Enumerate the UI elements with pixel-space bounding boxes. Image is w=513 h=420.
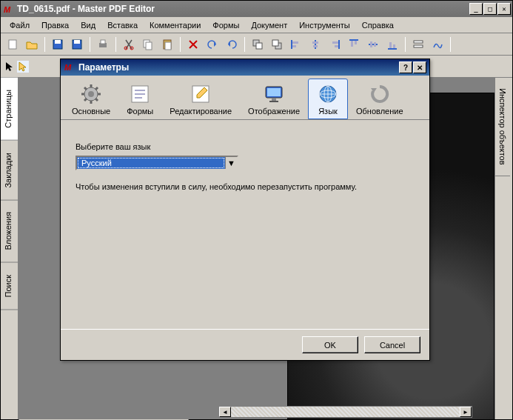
scroll-right-button[interactable]: ► bbox=[460, 407, 472, 417]
language-value: Русский bbox=[78, 158, 224, 168]
dialog-title: Параметры bbox=[78, 62, 398, 73]
svg-rect-35 bbox=[393, 44, 395, 48]
tab-bookmarks[interactable]: Закладки bbox=[1, 141, 18, 201]
window-title: TD_0615.pdf - Master PDF Editor bbox=[17, 4, 469, 14]
pointer-tool[interactable] bbox=[4, 61, 16, 73]
svg-rect-13 bbox=[165, 42, 171, 50]
dtab-editing[interactable]: Редактирование bbox=[161, 79, 240, 119]
menu-comments[interactable]: Комментарии bbox=[144, 19, 207, 32]
horizontal-scrollbar[interactable]: ◄ ► bbox=[218, 406, 472, 418]
scroll-track[interactable] bbox=[231, 407, 460, 417]
dtab-forms-label: Формы bbox=[127, 107, 153, 116]
edit-tool[interactable] bbox=[17, 61, 29, 73]
globe-icon bbox=[316, 82, 340, 105]
dialog-close-button[interactable]: ✕ bbox=[413, 61, 426, 73]
menu-file[interactable]: Файл bbox=[4, 19, 36, 32]
tab-attachments[interactable]: Вложения bbox=[1, 200, 18, 263]
svg-point-42 bbox=[88, 91, 94, 97]
send-back-button[interactable] bbox=[268, 36, 286, 53]
svg-rect-5 bbox=[74, 40, 80, 44]
cut-button[interactable] bbox=[120, 36, 138, 53]
open-button[interactable] bbox=[23, 36, 41, 53]
main-toolbar bbox=[1, 33, 512, 56]
undo-button[interactable] bbox=[204, 36, 221, 53]
tab-inspector[interactable]: Инспектор объектов bbox=[495, 78, 510, 176]
dialog-help-button[interactable]: ? bbox=[399, 61, 412, 73]
edit-icon bbox=[189, 82, 212, 105]
minimize-button[interactable]: _ bbox=[469, 3, 483, 15]
dialog-titlebar[interactable]: M Параметры ? ✕ bbox=[61, 59, 429, 76]
svg-rect-59 bbox=[269, 101, 278, 102]
svg-text:M: M bbox=[4, 5, 11, 14]
dtab-language-label: Язык bbox=[318, 107, 338, 116]
language-combobox[interactable]: Русский ▼ bbox=[76, 156, 238, 170]
tab-pages[interactable]: Страницы bbox=[1, 78, 18, 141]
svg-line-47 bbox=[84, 87, 87, 90]
align-bottom-button[interactable] bbox=[383, 36, 401, 53]
svg-rect-36 bbox=[414, 41, 423, 43]
save-button[interactable] bbox=[49, 36, 67, 53]
svg-rect-7 bbox=[101, 40, 105, 44]
close-button[interactable]: ✕ bbox=[497, 3, 511, 15]
language-label: Выберите ваш язык bbox=[76, 142, 415, 151]
dialog-app-icon: M bbox=[64, 61, 76, 73]
menu-help[interactable]: Справка bbox=[356, 19, 400, 32]
svg-line-50 bbox=[84, 99, 87, 101]
cancel-button[interactable]: Cancel bbox=[364, 336, 420, 353]
redo-button[interactable] bbox=[223, 36, 241, 53]
preferences-dialog: M Параметры ? ✕ Основные Формы Редактиро… bbox=[60, 59, 430, 361]
menu-edit[interactable]: Правка bbox=[36, 19, 75, 32]
svg-rect-15 bbox=[256, 43, 262, 49]
align-middle-button[interactable] bbox=[364, 36, 382, 53]
menu-tools[interactable]: Инструменты bbox=[293, 19, 356, 32]
chevron-down-icon[interactable]: ▼ bbox=[225, 157, 237, 169]
sign-button[interactable] bbox=[429, 36, 446, 53]
tab-search[interactable]: Поиск bbox=[1, 263, 18, 310]
svg-rect-19 bbox=[292, 41, 298, 44]
form-icon bbox=[128, 82, 152, 105]
dtab-language[interactable]: Язык bbox=[308, 79, 348, 119]
scroll-left-button[interactable]: ◄ bbox=[219, 407, 231, 417]
new-button[interactable] bbox=[4, 36, 21, 53]
bring-front-button[interactable] bbox=[249, 36, 266, 53]
svg-rect-34 bbox=[389, 42, 392, 48]
dtab-update[interactable]: Обновление bbox=[348, 79, 412, 119]
dtab-update-label: Обновление bbox=[356, 107, 403, 116]
align-center-button[interactable] bbox=[306, 36, 324, 53]
svg-rect-11 bbox=[146, 42, 152, 50]
ok-button[interactable]: OK bbox=[302, 336, 358, 353]
menu-insert[interactable]: Вставка bbox=[101, 19, 144, 32]
align-right-button[interactable] bbox=[326, 36, 343, 53]
dialog-tab-strip: Основные Формы Редактирование Отображени… bbox=[61, 76, 429, 120]
delete-button[interactable] bbox=[184, 36, 202, 53]
svg-text:M: M bbox=[64, 63, 72, 72]
print-button[interactable] bbox=[94, 36, 112, 53]
restart-hint: Чтобы изменения вступили в силу, необход… bbox=[76, 182, 415, 191]
svg-rect-57 bbox=[267, 88, 281, 96]
align-left-button[interactable] bbox=[287, 36, 305, 53]
maximize-button[interactable]: □ bbox=[483, 3, 497, 15]
svg-rect-31 bbox=[370, 41, 372, 47]
align-top-button[interactable] bbox=[345, 36, 363, 53]
svg-rect-28 bbox=[351, 41, 353, 47]
monitor-icon bbox=[262, 82, 286, 105]
menu-document[interactable]: Документ bbox=[245, 19, 293, 32]
dtab-general-label: Основные bbox=[72, 107, 110, 116]
dtab-general[interactable]: Основные bbox=[64, 79, 118, 119]
svg-rect-3 bbox=[55, 40, 61, 44]
dtab-display[interactable]: Отображение bbox=[240, 79, 308, 119]
paste-button[interactable] bbox=[158, 36, 176, 53]
dialog-footer: OK Cancel bbox=[61, 329, 429, 360]
save-as-button[interactable] bbox=[68, 36, 86, 53]
menu-forms[interactable]: Формы bbox=[207, 19, 245, 32]
svg-rect-26 bbox=[335, 45, 338, 47]
svg-rect-32 bbox=[374, 42, 376, 47]
form-button[interactable] bbox=[409, 36, 427, 53]
copy-button[interactable] bbox=[139, 36, 157, 53]
svg-line-48 bbox=[95, 99, 98, 101]
svg-rect-37 bbox=[414, 45, 423, 47]
dtab-forms[interactable]: Формы bbox=[118, 79, 161, 119]
gear-icon bbox=[79, 82, 103, 105]
menu-view[interactable]: Вид bbox=[75, 19, 101, 32]
dtab-editing-label: Редактирование bbox=[170, 107, 232, 116]
